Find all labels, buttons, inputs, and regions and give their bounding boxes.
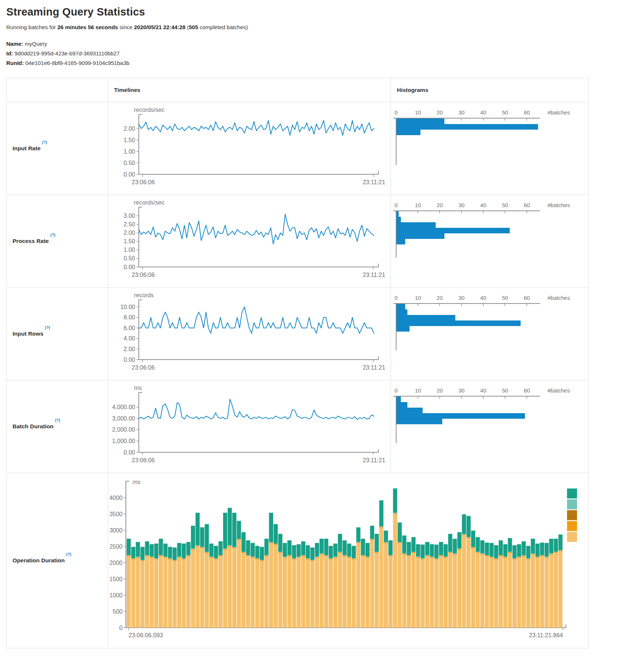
hist-bar[interactable] xyxy=(396,239,405,244)
stack-segment[interactable] xyxy=(251,543,255,556)
hist-bar[interactable] xyxy=(396,124,538,130)
stack-segment[interactable] xyxy=(182,559,186,628)
stack-segment[interactable] xyxy=(264,555,268,556)
stack-segment[interactable] xyxy=(131,559,135,560)
stack-segment[interactable] xyxy=(517,557,521,558)
stack-segment[interactable] xyxy=(435,558,439,559)
stack-segment[interactable] xyxy=(457,550,461,628)
stack-segment[interactable] xyxy=(485,543,489,555)
stack-segment[interactable] xyxy=(159,555,163,555)
stack-segment[interactable] xyxy=(136,556,140,557)
stack-segment[interactable] xyxy=(232,547,236,547)
stack-segment[interactable] xyxy=(241,553,245,628)
stack-segment[interactable] xyxy=(278,534,282,552)
stack-segment[interactable] xyxy=(356,527,360,542)
hist-bar[interactable] xyxy=(396,413,525,419)
stack-segment[interactable] xyxy=(292,559,296,559)
stack-segment[interactable] xyxy=(283,557,287,558)
stack-segment[interactable] xyxy=(159,556,163,556)
stack-segment[interactable] xyxy=(182,559,186,560)
stack-segment[interactable] xyxy=(168,547,172,558)
stack-segment[interactable] xyxy=(379,527,383,527)
stack-segment[interactable] xyxy=(310,560,315,560)
stack-segment[interactable] xyxy=(480,540,484,553)
stack-segment[interactable] xyxy=(375,552,379,552)
stack-segment[interactable] xyxy=(145,556,149,556)
stack-segment[interactable] xyxy=(508,552,512,553)
stack-segment[interactable] xyxy=(140,561,144,628)
stack-segment[interactable] xyxy=(485,555,489,556)
stack-segment[interactable] xyxy=(292,559,296,560)
timeline-line[interactable] xyxy=(139,120,374,135)
stack-segment[interactable] xyxy=(398,543,402,628)
stack-segment[interactable] xyxy=(150,557,154,557)
stack-segment[interactable] xyxy=(420,545,425,558)
stack-segment[interactable] xyxy=(251,557,255,558)
stack-segment[interactable] xyxy=(269,542,273,542)
stack-segment[interactable] xyxy=(467,538,471,538)
stack-segment[interactable] xyxy=(471,548,475,548)
stack-segment[interactable] xyxy=(540,556,544,556)
stack-segment[interactable] xyxy=(545,557,549,558)
stack-segment[interactable] xyxy=(292,545,296,558)
stack-segment[interactable] xyxy=(448,553,452,628)
stack-segment[interactable] xyxy=(535,557,539,558)
stack-segment[interactable] xyxy=(540,543,544,555)
stack-segment[interactable] xyxy=(439,542,443,555)
stack-segment[interactable] xyxy=(159,539,163,555)
stack-segment[interactable] xyxy=(315,557,319,558)
stack-segment[interactable] xyxy=(296,557,301,558)
stack-segment[interactable] xyxy=(301,541,305,555)
stack-segment[interactable] xyxy=(453,555,457,628)
stack-segment[interactable] xyxy=(448,552,452,552)
stack-segment[interactable] xyxy=(219,555,223,556)
stack-segment[interactable] xyxy=(411,552,415,552)
stack-segment[interactable] xyxy=(246,540,250,555)
stack-segment[interactable] xyxy=(526,546,530,558)
stack-segment[interactable] xyxy=(264,539,268,555)
stack-segment[interactable] xyxy=(559,550,563,551)
stack-segment[interactable] xyxy=(347,556,351,557)
stack-segment[interactable] xyxy=(457,548,461,549)
stack-segment[interactable] xyxy=(260,560,264,560)
stack-segment[interactable] xyxy=(209,557,213,557)
hist-bar[interactable] xyxy=(396,309,408,315)
stack-segment[interactable] xyxy=(131,558,135,559)
stack-segment[interactable] xyxy=(411,537,415,552)
stack-segment[interactable] xyxy=(338,534,342,552)
stack-segment[interactable] xyxy=(402,554,406,554)
stack-segment[interactable] xyxy=(219,541,223,555)
stack-segment[interactable] xyxy=(554,539,558,552)
stack-segment[interactable] xyxy=(251,558,255,628)
hist-bar[interactable] xyxy=(396,408,423,413)
timeline-chart[interactable]: ms4000350030002500200015001000500023:06:… xyxy=(108,473,588,648)
histogram-chart[interactable]: 0102030405060#batches xyxy=(391,195,588,287)
stack-segment[interactable] xyxy=(274,544,278,544)
stack-segment[interactable] xyxy=(159,556,163,628)
stack-segment[interactable] xyxy=(287,540,291,555)
stack-segment[interactable] xyxy=(301,556,305,628)
stack-segment[interactable] xyxy=(490,558,494,628)
stack-segment[interactable] xyxy=(200,547,204,548)
stack-segment[interactable] xyxy=(150,558,154,628)
stack-segment[interactable] xyxy=(393,513,397,514)
stack-segment[interactable] xyxy=(416,557,420,558)
stack-segment[interactable] xyxy=(531,539,535,553)
stack-segment[interactable] xyxy=(200,527,204,547)
stack-segment[interactable] xyxy=(338,552,342,552)
stack-segment[interactable] xyxy=(457,532,461,548)
stack-segment[interactable] xyxy=(384,543,388,544)
stack-segment[interactable] xyxy=(549,555,553,628)
stack-segment[interactable] xyxy=(375,553,379,628)
stack-segment[interactable] xyxy=(485,556,489,628)
stack-segment[interactable] xyxy=(435,545,439,558)
stack-segment[interactable] xyxy=(471,547,475,547)
stack-segment[interactable] xyxy=(453,553,457,554)
stack-segment[interactable] xyxy=(260,561,264,628)
stack-segment[interactable] xyxy=(416,557,420,557)
stack-segment[interactable] xyxy=(549,554,553,555)
stack-segment[interactable] xyxy=(343,555,347,556)
stack-segment[interactable] xyxy=(499,555,503,555)
stack-segment[interactable] xyxy=(462,534,466,535)
stack-segment[interactable] xyxy=(237,539,241,540)
